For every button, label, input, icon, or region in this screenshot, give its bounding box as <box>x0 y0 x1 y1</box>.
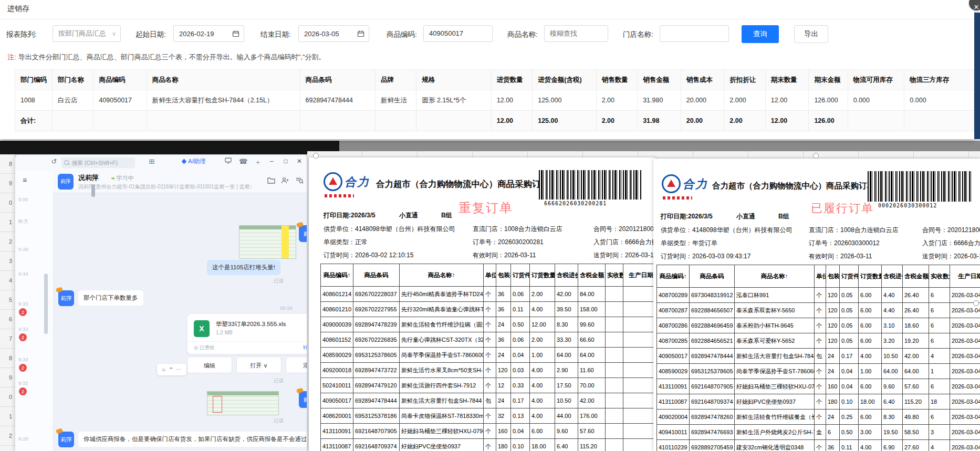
conversation-time: 9:28 <box>15 436 50 442</box>
search-history-icon[interactable] <box>296 177 304 185</box>
po-item-row: 4090500176928947478444新鲜生活大容量打包盒SH-7844（… <box>657 349 980 364</box>
message-bubble-received[interactable]: 那个门店下单数量多 <box>78 290 143 306</box>
message-bubble-warning[interactable]: 你城供应商报备，但是要确保门店有货发，如果门店有缺货，供应商报备是不会通过哦 <box>78 432 307 447</box>
screen: 890123456789012 ↺ 搜索 (Ctrl+Shift+F) ⊞ AI… <box>0 0 980 451</box>
contact-avatar-small[interactable]: 莉萍 <box>58 432 74 447</box>
contact-avatar-small[interactable]: 莉萍 <box>58 290 74 306</box>
conversation-list-item[interactable]: 昨天 <box>15 218 50 225</box>
message-image-spreadsheet[interactable] <box>239 225 296 259</box>
report-column-header: 销售金额 <box>638 70 681 90</box>
po-column-header: 商品编码↑ <box>321 264 353 287</box>
report-column-header: 商品条码 <box>300 70 375 90</box>
conversation-list-item[interactable]: 9:28 <box>15 436 50 442</box>
product-code-input[interactable] <box>423 25 493 42</box>
start-date-label: 起始日期: <box>135 29 166 40</box>
excel-row-number: 4 <box>0 271 15 290</box>
folder-icon[interactable] <box>267 177 275 185</box>
po-item-row: 4087002866922884696459泰禾粉韵小杯TH-9645个1200… <box>657 318 980 333</box>
search-input[interactable]: 搜索 (Ctrl+Shift+F) <box>61 158 135 168</box>
list-scrollbar[interactable] <box>91 184 95 197</box>
conversation-list-item[interactable]: 9:33 2 <box>15 356 50 372</box>
menu-icon[interactable]: ≡ <box>23 176 27 184</box>
report-total-cell: 31.98 <box>638 111 681 131</box>
export-button[interactable]: 导出 <box>794 25 828 43</box>
message-image-spreadsheet-2[interactable] <box>207 391 279 415</box>
report-type-value: 按部门商品汇总 <box>58 25 106 42</box>
report-column-header: 销售数量 <box>596 70 637 90</box>
workbench-icon[interactable]: ⊞ <box>147 158 157 165</box>
po-valid-time: 有效时间：2026-03-11 <box>473 251 536 260</box>
po-column-header: 商品名称↑ <box>735 265 815 288</box>
conversation-time: 0-26 <box>15 246 50 252</box>
buyer-avatar[interactable]: 购) <box>299 391 307 408</box>
message-hover-toolbar[interactable]: ☺ ❞ ⋯ <box>157 364 186 375</box>
file-edit-button[interactable]: 编辑 <box>187 356 232 373</box>
file-message-card[interactable]: X 华塑33订单2026.3.555.xls 1.2 MB ◎ 已查收 转为智能… <box>187 313 307 354</box>
add-icon[interactable]: ＋ <box>253 158 263 167</box>
close-window-button[interactable]: ✕ <box>294 158 305 165</box>
report-column-header: 物流三方库存 <box>904 70 974 90</box>
end-date-label: 结束日期: <box>260 29 291 40</box>
file-received-status: ◎ 已查收 <box>194 344 214 351</box>
po-tag1: 小直通 <box>399 212 418 219</box>
conversation-list-item[interactable]: 0-26 <box>15 246 50 252</box>
message-bubble-caption[interactable]: 这个是1105店打堆头量! <box>207 260 280 275</box>
po-title: 合力超市（合力购物物流中心）商品采购订单 <box>376 179 549 190</box>
end-date-input[interactable]: 2026-03-05 <box>298 25 369 42</box>
po-column-header: 商品名称↑ <box>400 264 484 287</box>
heli-logo-icon <box>324 172 342 191</box>
store-name-input[interactable] <box>660 25 729 42</box>
conversation-list-sliver: ≡ 9:00 昨天 0-26 <box>15 171 54 451</box>
po-item-row: 4086012106926702227955先行320ml精典泰迪童心弹跳杯TD… <box>321 302 656 317</box>
read-status: 已读 <box>274 417 284 424</box>
po-title: 合力超市（合力购物物流中心）商品采购订单 <box>712 181 875 192</box>
po-column-header: 商品编码↑ <box>657 265 690 288</box>
ai-star-icon <box>182 159 187 164</box>
contact-avatar[interactable]: 莉萍 <box>58 174 74 190</box>
file-add-to-button[interactable]: 添加到 <box>286 356 307 373</box>
purchase-order-fulfilled: 合力 合力超市（合力购物物流中心）商品采购订单 已履行订单 0002026030… <box>653 159 980 451</box>
excel-row-number: 1 <box>0 407 15 426</box>
report-column-header: 进货金额(含税) <box>533 70 596 90</box>
image-selection-handle[interactable] <box>813 153 819 159</box>
brand-name: 合力 <box>345 174 370 190</box>
maximize-button[interactable]: □ <box>280 158 291 165</box>
report-type-select[interactable]: 按部门商品汇总∨ <box>53 25 121 42</box>
po-item-row: 4094100116928947476693新鲜生活户外烧烤炭2公斤SH-766… <box>657 425 980 440</box>
message-time: 09:28 <box>280 305 293 311</box>
po-column-header: 包装率 <box>826 265 840 288</box>
convert-to-smart-sheet-link[interactable]: 转为智能表格 <box>303 344 307 351</box>
conversation-list-item[interactable]: 9:00 <box>15 196 50 202</box>
add-member-icon[interactable] <box>281 177 289 185</box>
image-selection-handle[interactable] <box>313 153 319 159</box>
po-column-header: 单位 <box>815 265 826 288</box>
report-total-cell <box>375 111 416 131</box>
report-cell: 新鲜生活大容量打包盒SH-7844（2.15L） <box>147 90 300 111</box>
file-open-button[interactable]: 打开 ∨ <box>236 356 282 373</box>
screen-share-icon[interactable] <box>223 158 233 165</box>
read-status: 已读 <box>274 377 284 384</box>
note-text: 注:导出文件分部门汇总、商品汇总、部门商品汇总三个表，不需分开导出。输入多个商品… <box>7 53 325 62</box>
conversation-list-item[interactable]: 9:32 2 <box>15 380 50 395</box>
excel-row-number: 1 <box>0 213 15 232</box>
po-item-row: 4092000186928947473722新鲜生活竹水果叉8cm*50支SH-… <box>321 363 656 378</box>
report-scrollbar[interactable] <box>974 13 980 139</box>
product-name-input[interactable] <box>544 25 608 42</box>
po-item-row: 5024100116928947479120新鲜生活旅行四件套SH-7912个1… <box>321 378 656 393</box>
image-selection-handle[interactable] <box>973 300 979 306</box>
buyer-avatar[interactable]: 购) <box>299 225 307 242</box>
po-column-header: 商品条码 <box>353 264 400 287</box>
report-total-cell: 12.00 <box>491 111 532 131</box>
query-button[interactable]: 查询 <box>742 25 779 43</box>
ai-assistant-button[interactable]: AI助理 <box>182 158 206 165</box>
report-total-cell: 2.00 <box>596 111 637 131</box>
phone-icon[interactable]: ☎ <box>238 158 248 165</box>
history-icon[interactable]: ↺ <box>49 158 59 165</box>
minimize-button[interactable]: – <box>266 158 277 165</box>
conversation-scrollbar[interactable] <box>44 274 48 334</box>
report-column-header: 物流可用库存 <box>848 70 904 90</box>
purchase-order-duplicate: 合力 合力超市（合力购物物流中心）商品采购订单 重复订单 66662026030… <box>309 158 655 451</box>
start-date-input[interactable]: 2026-02-19 <box>173 25 244 42</box>
contact-description: 况莉萍(贵州合力超市-01集团总部-0116审计监察部-011601监察一室 |… <box>78 183 252 191</box>
conversation-time: 9:32 <box>15 380 50 386</box>
